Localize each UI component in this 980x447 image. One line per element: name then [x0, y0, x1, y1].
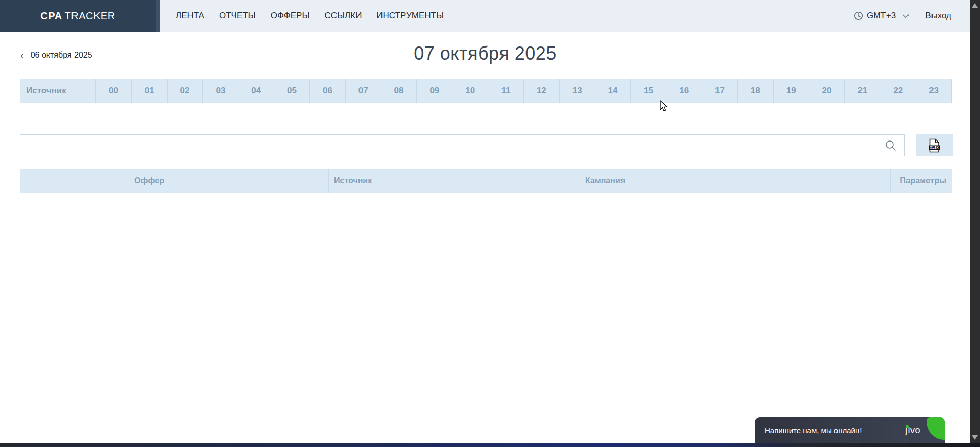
scroll-up-arrow-icon[interactable] — [972, 3, 978, 8]
hour-header-14[interactable]: 14 — [595, 79, 631, 103]
main-nav: ЛЕНТАОТЧЕТЫОФФЕРЫССЫЛКИИНСТРУМЕНТЫ — [160, 0, 854, 32]
results-column-header-empty — [20, 169, 129, 193]
results-column-header-кампания[interactable]: Кампания — [580, 169, 890, 193]
timezone-selector[interactable]: GMT+3 — [854, 11, 907, 21]
hour-header-19[interactable]: 19 — [773, 79, 809, 103]
topbar-right: GMT+3 Выход — [854, 0, 970, 32]
nav-item-3[interactable]: ССЫЛКИ — [324, 11, 362, 21]
hours-header-row: Источник 0001020304050607080910111213141… — [20, 79, 952, 103]
hour-header-22[interactable]: 22 — [880, 79, 916, 103]
page-title: 07 октября 2025 — [0, 43, 970, 64]
hour-header-06[interactable]: 06 — [309, 79, 345, 103]
hours-source-header: Источник — [20, 79, 95, 103]
logo-light-part: TRACKER — [65, 10, 115, 21]
hour-header-23[interactable]: 23 — [916, 79, 951, 103]
hour-header-17[interactable]: 17 — [702, 79, 737, 103]
search-icon[interactable] — [885, 139, 897, 152]
results-column-header-оффер[interactable]: Оффер — [129, 169, 328, 193]
search-input[interactable] — [20, 134, 905, 156]
hour-header-12[interactable]: 12 — [523, 79, 559, 103]
svg-text:XLSX: XLSX — [930, 146, 939, 149]
clock-icon — [854, 11, 863, 20]
hour-header-08[interactable]: 08 — [381, 79, 417, 103]
nav-item-4[interactable]: ИНСТРУМЕНТЫ — [376, 11, 444, 21]
results-table-header: ОфферИсточникКампанияПараметры — [20, 169, 952, 193]
chevron-down-icon — [902, 12, 909, 18]
hour-header-04[interactable]: 04 — [238, 79, 274, 103]
app-logo-text: CPATRACKER — [40, 10, 115, 22]
hour-header-02[interactable]: 02 — [167, 79, 203, 103]
logout-button[interactable]: Выход — [925, 11, 951, 21]
results-column-header-источник[interactable]: Источник — [328, 169, 580, 193]
xlsx-file-icon: XLSX — [928, 138, 940, 153]
nav-item-0[interactable]: ЛЕНТА — [176, 11, 204, 21]
hour-header-13[interactable]: 13 — [559, 79, 595, 103]
hour-header-11[interactable]: 11 — [488, 79, 523, 103]
hour-header-18[interactable]: 18 — [737, 79, 773, 103]
jivo-green-leaf-icon — [927, 417, 945, 440]
export-xlsx-button[interactable]: XLSX — [916, 134, 953, 156]
nav-item-2[interactable]: ОФФЕРЫ — [271, 11, 310, 21]
hour-header-16[interactable]: 16 — [666, 79, 702, 103]
nav-item-1[interactable]: ОТЧЕТЫ — [219, 11, 256, 21]
app-logo[interactable]: CPATRACKER — [0, 0, 160, 32]
hour-header-01[interactable]: 01 — [131, 79, 167, 103]
hour-header-03[interactable]: 03 — [202, 79, 238, 103]
hour-header-00[interactable]: 00 — [95, 79, 131, 103]
hour-header-07[interactable]: 07 — [345, 79, 381, 103]
hour-header-15[interactable]: 15 — [630, 79, 666, 103]
timezone-label: GMT+3 — [867, 11, 896, 21]
scroll-down-arrow-icon[interactable] — [972, 435, 978, 440]
hour-header-20[interactable]: 20 — [809, 79, 845, 103]
hour-header-21[interactable]: 21 — [844, 79, 880, 103]
hour-header-09[interactable]: 09 — [416, 79, 452, 103]
jivo-leaf-dot-icon — [906, 425, 909, 428]
jivo-logo: jivo — [905, 417, 920, 443]
hour-header-05[interactable]: 05 — [274, 79, 309, 103]
top-bar: CPATRACKER ЛЕНТАОТЧЕТЫОФФЕРЫССЫЛКИИНСТРУ… — [0, 0, 970, 32]
window-bottom-edge — [0, 443, 980, 447]
chat-widget[interactable]: Напишите нам, мы онлайн! jivo — [755, 417, 945, 447]
logo-bold-part: CPA — [40, 10, 62, 21]
hour-header-10[interactable]: 10 — [452, 79, 488, 103]
vertical-scrollbar[interactable] — [970, 0, 980, 447]
chat-message: Напишите нам, мы онлайн! — [764, 417, 862, 443]
results-column-header-параметры[interactable]: Параметры — [890, 169, 952, 193]
search-bar — [20, 134, 905, 156]
